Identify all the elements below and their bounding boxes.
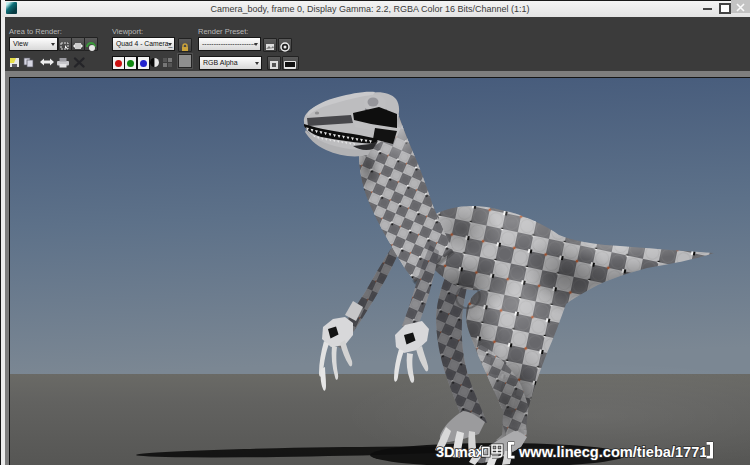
svg-text:3Dmax: 3Dmax (436, 444, 485, 460)
svg-text:www.linecg.com/tieba/1771: www.linecg.com/tieba/1771 (518, 444, 707, 460)
